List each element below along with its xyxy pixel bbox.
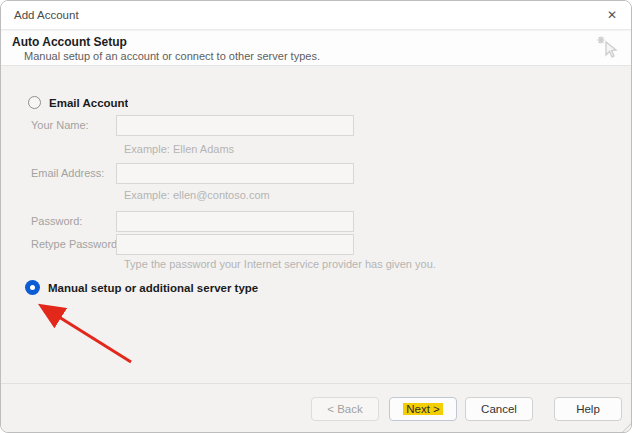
manual-setup-radio-label: Manual setup or additional server type [48,282,258,294]
wizard-header: Auto Account Setup Manual setup of an ac… [1,31,631,66]
wizard-subtitle: Manual setup of an account or connect to… [1,49,631,62]
add-account-dialog: Add Account ✕ Auto Account Setup Manual … [0,0,632,433]
title-bar: Add Account ✕ [1,1,631,30]
your-name-example: Example: Ellen Adams [124,143,234,155]
email-account-radio[interactable]: Email Account [28,96,128,109]
cancel-button[interactable]: Cancel [465,397,533,421]
email-address-input[interactable] [116,163,354,184]
next-button-highlight: Next > [403,403,443,415]
help-button[interactable]: Help [554,397,622,421]
email-address-example: Example: ellen@contoso.com [124,189,270,201]
close-icon[interactable]: ✕ [600,4,624,26]
radio-selected-icon[interactable] [25,280,40,295]
email-account-radio-label: Email Account [49,97,128,109]
wizard-title: Auto Account Setup [1,31,631,49]
radio-circle-icon[interactable] [28,96,41,109]
your-name-input[interactable] [116,115,354,136]
wizard-body: Email Account Your Name: Example: Ellen … [1,67,631,385]
window-title: Add Account [1,9,79,21]
password-input[interactable] [116,211,354,232]
password-label: Password: [31,215,113,227]
your-name-label: Your Name: [31,119,113,131]
next-button[interactable]: Next > [389,397,457,421]
back-button[interactable]: < Back [311,397,379,421]
retype-password-label: Retype Password: [31,238,113,250]
manual-setup-radio[interactable]: Manual setup or additional server type [25,280,258,295]
retype-password-input[interactable] [116,234,354,255]
auto-setup-wand-icon [597,34,619,60]
button-bar: < Back Next > Cancel Help [1,383,631,432]
password-hint: Type the password your Internet service … [124,258,436,270]
email-address-label: Email Address: [31,167,113,179]
